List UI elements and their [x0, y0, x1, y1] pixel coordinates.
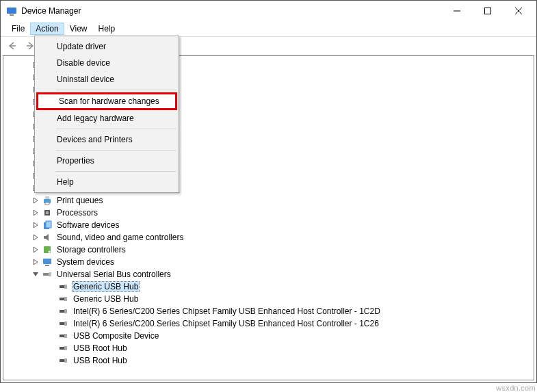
menu-item-properties[interactable]: Properties — [36, 153, 177, 169]
usbdev-icon — [58, 293, 69, 304]
tree-item-label: Universal Serial Bus controllers — [55, 270, 172, 279]
menu-item-update-driver[interactable]: Update driver — [36, 38, 177, 55]
menu-item-help[interactable]: Help — [36, 174, 177, 190]
svg-rect-16 — [46, 221, 51, 228]
watermark: wsxdn.com — [496, 384, 536, 392]
usbdev-icon — [58, 355, 69, 366]
tree-item-storage-controllers[interactable]: Storage controllers — [6, 244, 534, 256]
software-icon — [42, 220, 53, 231]
expander-placeholder — [47, 294, 57, 304]
menu-item-disable-device[interactable]: Disable device — [36, 55, 177, 71]
expander-placeholder — [47, 331, 57, 341]
svg-point-18 — [49, 251, 51, 253]
menu-file[interactable]: File — [6, 23, 30, 35]
back-button[interactable] — [5, 38, 20, 53]
tree-item-generic-usb-hub[interactable]: Generic USB Hub — [6, 293, 534, 305]
close-button[interactable] — [503, 1, 534, 21]
svg-rect-31 — [60, 335, 64, 337]
usb-icon — [42, 269, 53, 280]
svg-rect-0 — [7, 8, 16, 14]
tree-item-label: Sound, video and game controllers — [55, 233, 185, 242]
svg-rect-28 — [64, 309, 67, 313]
svg-rect-29 — [60, 322, 64, 325]
chevron-right-icon[interactable] — [31, 257, 40, 267]
action-menu-dropdown: Update driverDisable deviceUninstall dev… — [34, 36, 179, 193]
svg-rect-32 — [64, 334, 67, 338]
storage-icon — [42, 244, 53, 255]
tree-item-label: Processors — [55, 208, 99, 218]
tree-item-system-devices[interactable]: System devices — [6, 256, 534, 268]
tree-item-label: USB Root Hub — [72, 343, 129, 353]
expander-placeholder — [47, 319, 57, 328]
svg-rect-27 — [60, 310, 64, 313]
tree-item-generic-usb-hub[interactable]: Generic USB Hub — [6, 280, 534, 293]
tree-item-print-queues[interactable]: Print queues — [6, 194, 534, 207]
expander-placeholder — [47, 356, 57, 365]
printer-icon — [42, 195, 53, 206]
tree-item-software-devices[interactable]: Software devices — [6, 219, 534, 231]
svg-rect-26 — [64, 297, 67, 301]
svg-rect-20 — [45, 265, 49, 266]
tree-item-usb-controllers[interactable]: Universal Serial Bus controllers — [6, 268, 534, 280]
svg-rect-21 — [43, 273, 49, 276]
menu-item-uninstall-device[interactable]: Uninstall device — [36, 71, 177, 88]
minimize-button[interactable] — [441, 1, 472, 21]
svg-rect-23 — [60, 285, 64, 288]
menu-item-devices-and-printers[interactable]: Devices and Printers — [36, 131, 177, 148]
tree-item-label: Intel(R) 6 Series/C200 Series Chipset Fa… — [72, 306, 382, 316]
maximize-button[interactable] — [472, 1, 503, 21]
tree-item-label: System devices — [55, 257, 116, 267]
tree-item-intel-r-6-series-c200-series-chipset-family-usb-enhanced-host-controller-1c2d[interactable]: Intel(R) 6 Series/C200 Series Chipset Fa… — [6, 305, 534, 317]
tree-item-intel-r-6-series-c200-series-chipset-family-usb-enhanced-host-controller-1c26[interactable]: Intel(R) 6 Series/C200 Series Chipset Fa… — [6, 317, 534, 330]
tree-item-usb-root-hub[interactable]: USB Root Hub — [6, 354, 534, 367]
tree-item-label: Generic USB Hub — [72, 281, 140, 292]
chevron-right-icon[interactable] — [31, 196, 40, 205]
menu-action[interactable]: Action — [30, 23, 64, 35]
svg-rect-14 — [46, 211, 49, 214]
svg-rect-30 — [64, 322, 67, 326]
svg-rect-12 — [45, 202, 49, 205]
usbdev-icon — [58, 330, 69, 341]
svg-rect-22 — [49, 272, 51, 276]
usbdev-icon — [58, 281, 69, 292]
menu-view[interactable]: View — [64, 23, 93, 35]
chevron-right-icon[interactable] — [31, 233, 40, 242]
svg-rect-19 — [43, 259, 51, 264]
chevron-right-icon[interactable] — [31, 220, 40, 230]
tree-item-label: Print queues — [55, 196, 104, 205]
svg-rect-1 — [10, 14, 14, 16]
tree-item-label: Storage controllers — [55, 245, 127, 254]
app-icon — [6, 5, 17, 16]
expander-placeholder — [47, 343, 57, 353]
svg-rect-34 — [64, 346, 67, 350]
sound-icon — [42, 232, 53, 243]
expander-placeholder — [47, 282, 57, 291]
window-title: Device Manager — [21, 6, 441, 16]
expander-placeholder — [47, 306, 57, 316]
tree-item-usb-composite-device[interactable]: USB Composite Device — [6, 330, 534, 342]
titlebar: Device Manager — [1, 1, 536, 21]
menu-item-scan-for-hardware-changes[interactable]: Scan for hardware changes — [36, 92, 177, 110]
tree-item-label: USB Root Hub — [72, 356, 129, 365]
tree-item-sound-video-and-game-controllers[interactable]: Sound, video and game controllers — [6, 231, 534, 244]
svg-rect-36 — [64, 358, 67, 363]
svg-rect-24 — [64, 285, 67, 289]
chevron-right-icon[interactable] — [31, 245, 40, 254]
system-icon — [42, 257, 53, 267]
menubar: File Action View Help — [1, 21, 536, 36]
tree-item-label: Software devices — [55, 220, 120, 230]
menu-item-add-legacy-hardware[interactable]: Add legacy hardware — [36, 110, 177, 127]
svg-rect-11 — [45, 196, 49, 199]
tree-item-label: USB Composite Device — [72, 331, 160, 341]
svg-rect-25 — [60, 298, 64, 300]
svg-rect-3 — [484, 8, 490, 14]
usbdev-icon — [58, 318, 69, 329]
cpu-icon — [42, 207, 53, 218]
menu-help[interactable]: Help — [93, 23, 121, 35]
chevron-down-icon[interactable] — [31, 270, 40, 279]
chevron-right-icon[interactable] — [31, 208, 40, 218]
tree-item-label: Generic USB Hub — [72, 294, 140, 304]
tree-item-usb-root-hub[interactable]: USB Root Hub — [6, 342, 534, 354]
tree-item-processors[interactable]: Processors — [6, 207, 534, 219]
tree-item-label: Intel(R) 6 Series/C200 Series Chipset Fa… — [72, 319, 380, 328]
